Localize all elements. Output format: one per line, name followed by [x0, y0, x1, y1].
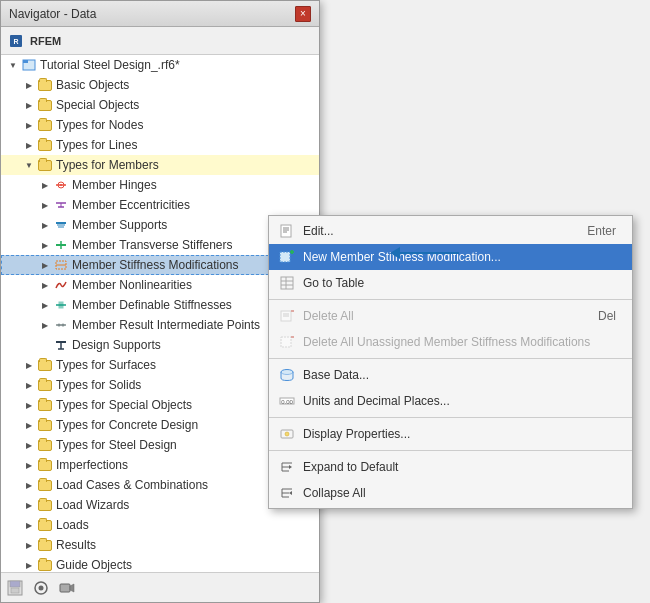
expand-stiffness[interactable]: ▶: [37, 257, 53, 273]
ctx-go-to-table[interactable]: Go to Table: [269, 270, 632, 296]
expand-lines[interactable]: ▶: [21, 137, 37, 153]
rfem-label: RFEM: [30, 35, 61, 47]
root-label: Tutorial Steel Design_.rf6*: [40, 58, 180, 72]
expand-nonlinear[interactable]: ▶: [37, 277, 53, 293]
expand-special-types[interactable]: ▶: [21, 397, 37, 413]
ctx-units[interactable]: 0.00 Units and Decimal Places...: [269, 388, 632, 414]
ctx-delete-unassigned[interactable]: Delete All Unassigned Member Stiffness M…: [269, 329, 632, 355]
sidebar-item-results[interactable]: ▶ Results: [1, 535, 319, 555]
display-properties-label: Display Properties...: [303, 427, 616, 441]
video-icon[interactable]: [57, 578, 77, 598]
svg-point-22: [62, 324, 65, 327]
expand-members[interactable]: ▼: [21, 157, 37, 173]
ctx-display-properties[interactable]: Display Properties...: [269, 421, 632, 447]
delete-all-icon: [277, 306, 297, 326]
folder-steel-icon: [37, 437, 53, 453]
view-icon[interactable]: [31, 578, 51, 598]
svg-rect-37: [280, 252, 290, 262]
transverse-icon: [53, 237, 69, 253]
sidebar-item-types-nodes[interactable]: ▶ Types for Nodes: [1, 115, 319, 135]
sidebar-item-loads[interactable]: ▶ Loads: [1, 515, 319, 535]
units-label: Units and Decimal Places...: [303, 394, 616, 408]
folder-concrete-icon: [37, 417, 53, 433]
expand-surfaces[interactable]: ▶: [21, 357, 37, 373]
close-button[interactable]: ×: [295, 6, 311, 22]
ecc-icon: [53, 197, 69, 213]
expand-load-cases[interactable]: ▶: [21, 477, 37, 493]
toolbar: R RFEM: [1, 27, 319, 55]
stiffness-icon: [53, 257, 69, 273]
folder-lines-icon: [37, 137, 53, 153]
svg-marker-59: [289, 465, 292, 469]
sidebar-item-types-members[interactable]: ▼ Types for Members: [1, 155, 319, 175]
svg-rect-31: [60, 584, 70, 592]
expand-special[interactable]: ▶: [21, 97, 37, 113]
expand-results[interactable]: ▶: [21, 537, 37, 553]
folder-load-cases-icon: [37, 477, 53, 493]
expand-guide[interactable]: ▶: [21, 557, 37, 572]
svg-rect-48: [281, 337, 291, 347]
save-icon[interactable]: [5, 578, 25, 598]
types-steel-label: Types for Steel Design: [56, 438, 177, 452]
types-lines-label: Types for Lines: [56, 138, 137, 152]
expand-root[interactable]: ▼: [5, 57, 21, 73]
window-title: Navigator - Data: [9, 7, 96, 21]
types-members-label: Types for Members: [56, 158, 159, 172]
ctx-edit[interactable]: Edit... Enter: [269, 218, 632, 244]
expand-supports[interactable]: ▶: [37, 217, 53, 233]
folder-results-icon: [37, 537, 53, 553]
expand-solids[interactable]: ▶: [21, 377, 37, 393]
definable-icon: [53, 297, 69, 313]
types-solids-label: Types for Solids: [56, 378, 141, 392]
expand-steel[interactable]: ▶: [21, 437, 37, 453]
separator-1: [269, 299, 632, 300]
svg-marker-64: [289, 491, 292, 495]
imperfections-label: Imperfections: [56, 458, 128, 472]
ctx-collapse-all[interactable]: Collapse All: [269, 480, 632, 506]
sidebar-item-special-objects[interactable]: ▶ Special Objects: [1, 95, 319, 115]
ctx-delete-all[interactable]: Delete All Del: [269, 303, 632, 329]
sidebar-item-basic-objects[interactable]: ▶ Basic Objects: [1, 75, 319, 95]
expand-definable[interactable]: ▶: [37, 297, 53, 313]
expand-basic[interactable]: ▶: [21, 77, 37, 93]
svg-rect-19: [59, 302, 63, 308]
expand-ecc[interactable]: ▶: [37, 197, 53, 213]
svg-rect-27: [10, 581, 20, 587]
member-hinges-label: Member Hinges: [72, 178, 157, 192]
base-data-label: Base Data...: [303, 368, 616, 382]
sidebar-item-guide-objects[interactable]: ▶ Guide Objects: [1, 555, 319, 572]
expand-nodes[interactable]: ▶: [21, 117, 37, 133]
folder-members-icon: [37, 157, 53, 173]
expand-loads[interactable]: ▶: [21, 517, 37, 533]
support-icon: [53, 217, 69, 233]
member-transverse-label: Member Transverse Stiffeners: [72, 238, 233, 252]
expand-imperfections[interactable]: ▶: [21, 457, 37, 473]
ctx-base-data[interactable]: Base Data...: [269, 362, 632, 388]
expand-hinges[interactable]: ▶: [37, 177, 53, 193]
expand-default-label: Expand to Default: [303, 460, 616, 474]
expand-load-wizards[interactable]: ▶: [21, 497, 37, 513]
svg-point-54: [285, 432, 289, 436]
delete-all-shortcut: Del: [598, 309, 616, 323]
member-result-label: Member Result Intermediate Points: [72, 318, 260, 332]
delete-unassigned-icon: [277, 332, 297, 352]
ctx-expand-default[interactable]: Expand to Default: [269, 454, 632, 480]
nonlinear-icon: [53, 277, 69, 293]
design-support-icon: [53, 337, 69, 353]
sidebar-item-types-lines[interactable]: ▶ Types for Lines: [1, 135, 319, 155]
load-cases-label: Load Cases & Combinations: [56, 478, 208, 492]
types-surfaces-label: Types for Surfaces: [56, 358, 156, 372]
sidebar-item-member-hinges[interactable]: ▶ Member Hinges: [1, 175, 319, 195]
expand-transverse[interactable]: ▶: [37, 237, 53, 253]
sidebar-item-member-eccentricities[interactable]: ▶ Member Eccentricities: [1, 195, 319, 215]
expand-result[interactable]: ▶: [37, 317, 53, 333]
svg-rect-3: [23, 60, 28, 63]
tree-root[interactable]: ▼ Tutorial Steel Design_.rf6*: [1, 55, 319, 75]
separator-2: [269, 358, 632, 359]
types-nodes-label: Types for Nodes: [56, 118, 143, 132]
member-supports-label: Member Supports: [72, 218, 167, 232]
collapse-all-label: Collapse All: [303, 486, 616, 500]
separator-3: [269, 417, 632, 418]
context-menu: Edit... Enter New Member Stiffness Modif…: [268, 215, 633, 509]
expand-concrete[interactable]: ▶: [21, 417, 37, 433]
